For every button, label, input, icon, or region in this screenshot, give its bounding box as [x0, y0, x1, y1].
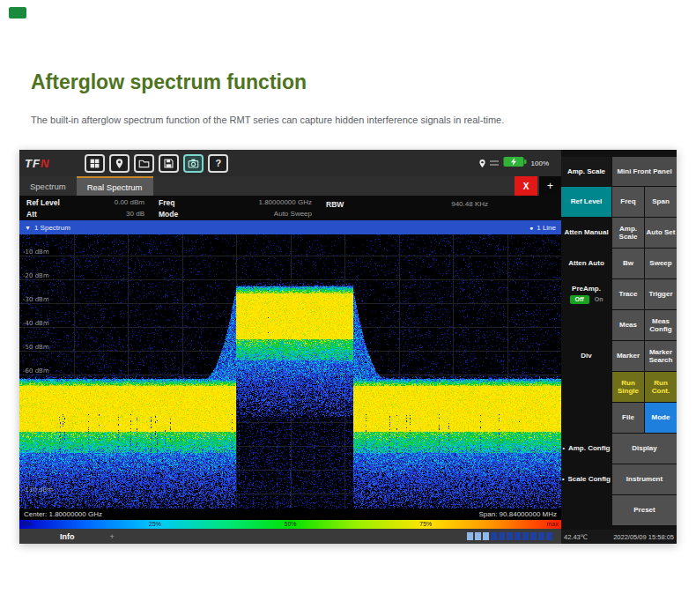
preamp-on-option[interactable]: On	[595, 296, 603, 303]
progress-segment	[530, 532, 537, 540]
softkey-preset[interactable]: Preset	[612, 495, 677, 525]
softkey-run-cont[interactable]: Run Cont.	[645, 372, 677, 402]
softkey-file[interactable]: File	[612, 403, 644, 433]
progress-segment	[499, 532, 505, 540]
info-bar: Info +	[19, 529, 561, 544]
info-expand-icon[interactable]: +	[110, 532, 115, 541]
softkey-trigger[interactable]: Trigger	[645, 279, 677, 309]
tfn-logo: TFN	[25, 157, 49, 170]
progress-segment	[522, 532, 529, 540]
softkey-marker[interactable]: Marker	[612, 341, 644, 371]
add-tab-button[interactable]: +	[539, 176, 561, 196]
page-description: The built-in afterglow spectrum function…	[31, 115, 504, 125]
softkey-span[interactable]: Span	[645, 187, 677, 217]
progress-segment	[475, 532, 481, 540]
battery-percent: 100%	[531, 160, 549, 167]
softkey-run-single[interactable]: Run Single	[612, 372, 644, 402]
gradient-label: 25%	[149, 521, 161, 527]
tab-spectrum[interactable]: Spectrum	[19, 176, 77, 196]
camera-icon[interactable]	[183, 154, 204, 173]
softkey-mode[interactable]: Mode	[645, 403, 677, 433]
softkey-bw[interactable]: Bw	[612, 249, 644, 278]
softkey-trace[interactable]: Trace	[612, 279, 644, 309]
datetime-readout: 2022/05/09 15:58:05	[613, 533, 674, 541]
parameter-readout: Ref Level0.00 dBm Att30 dB Freq1.8000000…	[19, 196, 561, 220]
softkey-meas-config[interactable]: Meas Config	[645, 310, 677, 340]
softkey-panel: Amp. Scale Mini Front Panel Ref Level Fr…	[561, 150, 677, 544]
freq-label: Freq	[159, 198, 174, 207]
gradient-label: 75%	[419, 521, 432, 527]
mode-value: Auto Sweep	[274, 210, 312, 219]
trace-title: 1 Spectrum	[34, 224, 70, 232]
gradient-label: 50%	[284, 521, 296, 527]
help-icon[interactable]: ?	[208, 154, 228, 173]
progress-segment	[515, 532, 521, 540]
rbw-value: 940.48 KHz	[451, 200, 488, 209]
softkey-instrument[interactable]: Instrument	[612, 464, 677, 494]
softkey-ref-level[interactable]: Ref Level	[561, 187, 611, 217]
softkey-div[interactable]: Div	[561, 341, 611, 371]
tab-bar-spacer	[153, 176, 515, 196]
mode-label: Mode	[159, 210, 178, 219]
preamp-toggle[interactable]: Off On	[570, 295, 603, 304]
gradient-label: max	[547, 521, 559, 527]
folder-icon[interactable]	[134, 154, 154, 173]
span-label: Span:	[478, 510, 497, 518]
window-layout-icon[interactable]	[85, 154, 105, 173]
softkey-atten-auto[interactable]: Atten Auto	[561, 249, 611, 278]
marker-pin-icon[interactable]	[109, 154, 130, 173]
tab-bar: Spectrum Real Spectrum X +	[19, 176, 561, 196]
progress-segment	[546, 532, 552, 540]
progress-segment	[483, 532, 489, 540]
info-button[interactable]: Info	[60, 532, 75, 541]
softkey-sweep[interactable]: Sweep	[645, 249, 677, 278]
softkey-auto-set[interactable]: Auto Set	[645, 218, 677, 248]
tab-real-spectrum[interactable]: Real Spectrum	[77, 176, 153, 196]
ref-level-value: 0.00 dBm	[115, 198, 144, 207]
softkey-spacer	[561, 310, 611, 340]
gps-coords-placeholder	[490, 159, 499, 167]
amp-config-label: Amp. Config	[568, 444, 611, 453]
close-tab-button[interactable]: X	[515, 176, 537, 196]
softkey-marker-search[interactable]: Marker Search	[645, 341, 677, 371]
softkey-display[interactable]: Display	[612, 434, 677, 464]
progress-segment	[507, 532, 513, 540]
softkey-amp-scale[interactable]: Amp. Scale	[612, 218, 644, 248]
save-icon[interactable]	[159, 154, 179, 173]
ref-level-label: Ref Level	[26, 198, 60, 207]
freq-readout: Center: 1.80000000 GHz Span: 90.84000000…	[19, 508, 561, 520]
softkey-freq[interactable]: Freq	[612, 187, 644, 217]
softkey-spacer	[561, 495, 611, 525]
bullet-icon: •	[563, 445, 565, 452]
temperature-readout: 42.43℃	[564, 533, 588, 541]
line-count: 1 Line	[537, 224, 556, 232]
gps-icon	[478, 158, 499, 169]
help-glyph: ?	[215, 158, 221, 168]
analyzer-main: TFN ?	[19, 150, 561, 544]
progress-segment	[467, 532, 473, 540]
mini-front-panel-button[interactable]: Mini Front Panel	[612, 157, 677, 186]
progress-segment	[538, 532, 544, 540]
trace-header[interactable]: ▼1 Spectrum ●1 Line	[19, 220, 561, 234]
page-title: Afterglow spectrum function	[31, 71, 307, 94]
spectrum-canvas	[19, 234, 561, 508]
softkey-preamp[interactable]: PreAmp. Off On	[561, 279, 611, 309]
toolbar: TFN ?	[19, 150, 561, 176]
site-logo-mark	[9, 7, 26, 19]
line-bullet-icon: ●	[529, 225, 533, 231]
center-label: Center:	[24, 510, 47, 518]
gradient-bar: 0%25%50%75%max	[19, 520, 561, 529]
amp-scale-menu-title: Amp. Scale	[561, 157, 611, 186]
rbw-label: RBW	[326, 200, 344, 209]
preamp-label: PreAmp.	[572, 285, 601, 293]
softkey-atten-manual[interactable]: Atten Manual	[561, 218, 611, 248]
softkey-meas[interactable]: Meas	[612, 310, 644, 340]
freq-value: 1.80000000 GHz	[259, 198, 313, 207]
softkey-amp-config[interactable]: • Amp. Config	[561, 434, 611, 464]
softkey-scale-config[interactable]: • Scale Config	[561, 464, 611, 494]
collapse-icon[interactable]: ▼	[25, 225, 31, 231]
att-value: 30 dB	[126, 210, 144, 219]
softkey-spacer	[561, 403, 611, 433]
toolbar-status: 100%	[478, 155, 561, 171]
preamp-off-option[interactable]: Off	[570, 295, 589, 304]
